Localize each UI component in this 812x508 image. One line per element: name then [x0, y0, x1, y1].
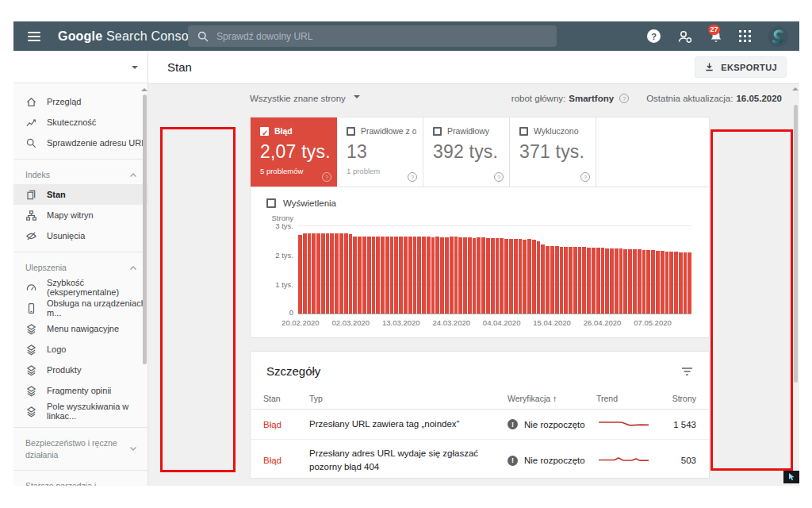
chart-bar [321, 233, 325, 314]
chart-bar [674, 252, 678, 314]
sidebar-item-szybkość-eksperymentalne[interactable]: Szybkość (eksperymentalne) [13, 277, 147, 298]
enhancement-icon [25, 385, 37, 397]
sidebar-item-fragmenty-opinii[interactable]: Fragmenty opinii [13, 380, 147, 401]
chart-bar [303, 233, 307, 314]
chart-bar [427, 237, 431, 314]
checkbox-checked-icon[interactable]: ✓ [260, 127, 269, 136]
chart-bar [541, 244, 545, 314]
search-placeholder: Sprawdź dowolny URL [216, 31, 312, 42]
chart-bar [638, 249, 642, 314]
export-button[interactable]: EKSPORTUJ [695, 56, 787, 78]
content-area: PrzeglądSkutecznośćSprawdzenie adresu UR… [13, 51, 799, 486]
google-apps-button[interactable] [739, 30, 751, 42]
summary-card-valid[interactable]: Prawidłowy 392 tys. ? [423, 117, 510, 187]
chart-bar [481, 237, 485, 314]
app-logo[interactable]: Google Search Console [58, 29, 199, 44]
question-icon[interactable]: ? [580, 172, 590, 182]
table-row[interactable]: BłądPrzesłany adres URL wydaje się zgłas… [251, 440, 709, 479]
chart-bar [450, 237, 454, 314]
chart-bar [504, 239, 508, 314]
chart-bar [381, 237, 385, 314]
property-selector[interactable] [13, 51, 147, 83]
scope-dropdown[interactable]: Wszystkie znane strony [250, 94, 360, 103]
sidebar-divider [13, 159, 147, 160]
chart-bar [298, 235, 302, 314]
col-trend[interactable]: Trend [596, 394, 669, 403]
sidebar-item-skuteczność[interactable]: Skuteczność [13, 112, 147, 133]
account-avatar[interactable] [768, 26, 788, 47]
question-icon[interactable]: ? [619, 94, 629, 103]
user-settings-button[interactable] [677, 29, 693, 44]
chart-bar [628, 249, 632, 314]
last-update: Ostatnia aktualizacja: 16.05.2020 [646, 94, 782, 103]
chart-bar [326, 233, 330, 314]
notification-badge: 27 [708, 25, 720, 35]
trend-sparkline [596, 454, 669, 467]
chart-bar [605, 248, 609, 314]
sidebar-item-przegląd[interactable]: Przegląd [13, 91, 147, 112]
impressions-toggle[interactable]: Wyświetlenia [266, 198, 336, 208]
sidebar-item-pole-wyszukiwania-w-linkac[interactable]: Pole wyszukiwania w linkac... [13, 401, 147, 421]
table-row[interactable]: BłądPrzesłany URL zawiera tag „noindex”!… [251, 410, 709, 440]
sidebar-scrollbar-thumb[interactable] [143, 94, 147, 364]
summary-sub: 1 problem [347, 167, 416, 175]
chart-bar [463, 237, 467, 314]
checkbox-icon[interactable] [347, 127, 355, 136]
summary-card-excluded[interactable]: Wykluczono 371 tys. ? [510, 117, 596, 187]
y-tick: 3 tys. [251, 221, 293, 230]
chart-bar [569, 247, 573, 314]
notifications-button[interactable]: 27 [710, 29, 722, 44]
chart-bar [684, 252, 688, 314]
sidebar-item-mapy-witryn[interactable]: Mapy witryn [13, 205, 147, 225]
main-scrollbar-thumb[interactable] [794, 105, 798, 383]
chart-bar [519, 239, 523, 314]
hamburger-menu-icon[interactable] [28, 29, 40, 44]
chart-bar [514, 239, 518, 314]
sidebar-section-header[interactable]: Ulepszenia [13, 258, 147, 277]
sort-ascending-icon[interactable]: ↑ [553, 394, 557, 403]
toolbar-status: robot główny: Smartfony ? Ostatnia aktua… [511, 94, 782, 103]
summary-card-valid-warnings[interactable]: Prawidłowe z ostr... 13 1 problem ? [337, 117, 423, 187]
download-icon [704, 62, 714, 72]
filter-icon[interactable] [681, 367, 693, 376]
main-scrollbar[interactable] [794, 87, 798, 448]
col-weryfikacja[interactable]: Weryfikacja ↑ [508, 394, 596, 403]
question-icon[interactable]: ? [322, 172, 331, 182]
chart-bar [372, 237, 376, 314]
question-icon[interactable]: ? [494, 172, 504, 182]
sidebar-item-usunięcia[interactable]: Usunięcia [13, 225, 147, 246]
chart-bar [573, 247, 577, 314]
sidebar-item-stan[interactable]: Stan [13, 184, 147, 205]
chart-bar [596, 248, 600, 314]
chart-bar [454, 237, 458, 314]
question-icon[interactable]: ? [408, 172, 417, 182]
checkbox-icon[interactable] [519, 127, 528, 136]
summary-label: Prawidłowe z ostr... [361, 126, 416, 136]
help-button[interactable]: ? [647, 29, 661, 43]
home-icon [25, 96, 37, 108]
checkbox-icon[interactable] [266, 198, 276, 208]
summary-card-error[interactable]: ✓ Błąd 2,07 tys. 5 problemów ? [251, 117, 337, 187]
sidebar-item-obsługa-na-urządzeniach-m[interactable]: Obsługa na urządzeniach m... [13, 298, 147, 318]
robot-label: robot główny: [511, 94, 565, 103]
chart-bar [669, 252, 673, 314]
sidebar-item-menu-nawigacyjne[interactable]: Menu nawigacyjne [13, 318, 147, 339]
sidebar-item-produkty[interactable]: Produkty [13, 360, 147, 380]
col-strony[interactable]: Strony [669, 394, 696, 403]
sidebar-section-header[interactable]: Bezpieczeństwo i ręczne działania [13, 433, 147, 464]
report-header: Stan EKSPORTUJ [148, 51, 799, 84]
url-inspect-searchbox[interactable]: Sprawdź dowolny URL [188, 25, 557, 47]
error-exclamation-icon: ! [508, 419, 518, 429]
summary-sub: 5 problemów [260, 167, 331, 175]
sidebar-item-logo[interactable]: Logo [13, 339, 147, 360]
sidebar-scrollbar[interactable] [143, 87, 147, 475]
sidebar-section-header[interactable]: Indeks [13, 165, 147, 184]
checkbox-icon[interactable] [433, 127, 442, 136]
chevron-down-icon [132, 66, 138, 72]
sidebar-item-sprawdzenie-adresu-url[interactable]: Sprawdzenie adresu URL [13, 133, 147, 153]
col-typ[interactable]: Typ [309, 394, 508, 403]
chart-bar [308, 233, 312, 314]
sidebar-section-header[interactable]: Starsze narzędzia i raporty [13, 476, 147, 486]
chart-bar [527, 239, 531, 314]
col-stan[interactable]: Stan [263, 394, 309, 403]
